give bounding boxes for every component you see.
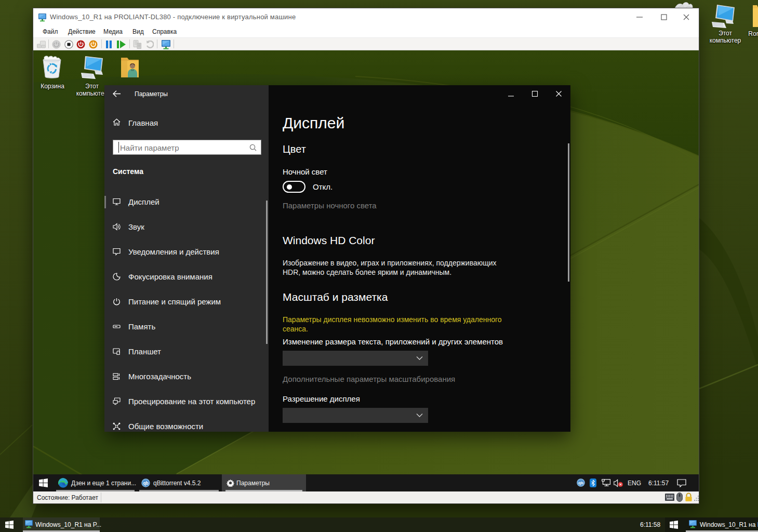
svg-text:qb: qb: [578, 481, 583, 485]
svg-text:qb: qb: [143, 481, 148, 486]
